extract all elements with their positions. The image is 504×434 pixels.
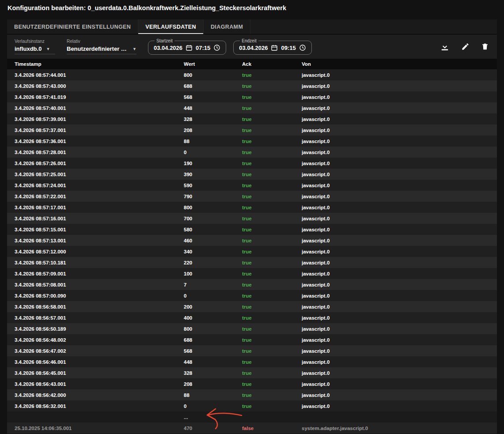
cell-ack: true [242, 94, 302, 100]
calendar-icon[interactable] [271, 44, 278, 51]
cell-ack: true [242, 404, 302, 409]
cell-timestamp: 3.4.2026 08:56:32.001 [7, 404, 184, 409]
end-time-value[interactable]: 09:15 [281, 45, 296, 51]
start-time-field[interactable]: Startzeit 03.04.2026 07:15 [148, 38, 226, 55]
cell-von: javascript.0 [302, 293, 497, 298]
table-row[interactable]: 3.4.2026 08:56:47.002568truejavascript.0 [7, 345, 497, 356]
end-time-field[interactable]: Endzeit 03.04.2026 09:15 [233, 38, 311, 55]
cell-timestamp: 3.4.2026 08:56:43.001 [7, 381, 184, 387]
cell-wert: 688 [184, 83, 242, 89]
tab-bar: BENUTZERDEFINIERTE EINSTELLUNGENVERLAUFS… [7, 19, 497, 34]
download-icon[interactable] [440, 42, 450, 52]
ellipsis-cell: ... [184, 415, 242, 420]
table-row[interactable]: 3.4.2026 08:57:28.0010truejavascript.0 [7, 147, 497, 158]
table-row[interactable]: 3.4.2026 08:57:25.001390truejavascript.0 [7, 169, 497, 180]
cell-ack: true [242, 260, 302, 265]
tab-diagramm[interactable]: DIAGRAMM [204, 19, 250, 34]
table-row[interactable]: 3.4.2026 08:56:42.00088truejavascript.0 [7, 389, 497, 400]
cell-wert: 88 [184, 139, 242, 144]
table-row[interactable]: 3.4.2026 08:57:16.001700truejavascript.0 [7, 213, 497, 224]
cell-timestamp: 3.4.2026 08:57:40.001 [7, 106, 184, 111]
table-row[interactable]: 3.4.2026 08:57:39.001328truejavascript.0 [7, 113, 497, 125]
table-row[interactable]: 3.4.2026 08:57:37.001208truejavascript.0 [7, 125, 497, 136]
cell-ack: true [242, 227, 302, 232]
cell-timestamp: 3.4.2026 08:57:25.001 [7, 172, 184, 177]
cell-ack: true [242, 359, 302, 365]
start-time-label: Startzeit [155, 38, 174, 43]
cell-wert: 208 [184, 381, 242, 387]
trash-icon[interactable] [481, 42, 489, 51]
cell-von: javascript.0 [302, 128, 497, 133]
cell-ack: true [242, 106, 302, 111]
history-instance-select[interactable]: Verlaufsinstanz influxdb.0 ▼ [15, 39, 55, 54]
table-row[interactable]: 3.4.2026 08:57:17.001800truejavascript.0 [7, 202, 497, 213]
table-row[interactable]: 3.4.2026 08:57:00.0900truejavascript.0 [7, 290, 497, 301]
table-row[interactable]: 3.4.2026 08:56:50.189800truejavascript.0 [7, 323, 497, 334]
table-row[interactable]: 3.4.2026 08:56:58.001200truejavascript.0 [7, 301, 497, 312]
cell-ack: true [242, 370, 302, 376]
app-root: { "header": { "title": "Konfiguration be… [0, 0, 504, 434]
tab-verlaufsdaten[interactable]: VERLAUFSDATEN [138, 19, 204, 34]
cell-wert: 100 [184, 271, 242, 276]
cell-ack: true [242, 304, 302, 309]
table-row[interactable]: 3.4.2026 08:57:36.00188truejavascript.0 [7, 136, 497, 147]
table-row[interactable]: 3.4.2026 08:56:45.001328truejavascript.0 [7, 367, 497, 378]
column-header-ack: Ack [242, 61, 302, 67]
cell-wert: 460 [184, 238, 242, 243]
table-row[interactable]: 3.4.2026 08:56:43.001208truejavascript.0 [7, 378, 497, 389]
table-header-row: Timestamp Wert Ack Von [7, 59, 497, 69]
cell-timestamp: 3.4.2026 08:56:46.001 [7, 359, 184, 365]
cell-timestamp: 3.4.2026 08:57:44.001 [7, 72, 184, 78]
table-row[interactable]: 3.4.2026 08:57:22.001790truejavascript.0 [7, 191, 497, 202]
cell-von: javascript.0 [302, 161, 497, 166]
cell-ack: true [242, 326, 302, 332]
table-row[interactable]: 3.4.2026 08:56:48.002688truejavascript.0 [7, 334, 497, 345]
table-row[interactable]: 3.4.2026 08:57:26.001190truejavascript.0 [7, 158, 497, 169]
cell-wert: 800 [184, 326, 242, 332]
table-row[interactable]: 3.4.2026 08:56:46.001448truejavascript.0 [7, 356, 497, 367]
start-time-value[interactable]: 07:15 [196, 45, 210, 51]
calendar-icon[interactable] [186, 44, 193, 51]
cell-timestamp: 3.4.2026 08:57:00.090 [7, 293, 184, 298]
table-row[interactable]: 3.4.2026 08:57:44.001800truejavascript.0 [7, 69, 497, 80]
chevron-down-icon: ▼ [46, 47, 50, 51]
tab-benutzerdefinierte-einstellungen[interactable]: BENUTZERDEFINIERTE EINSTELLUNGEN [7, 19, 138, 34]
table-row[interactable]: 3.4.2026 08:56:57.001400truejavascript.0 [7, 312, 497, 323]
cell-ack: true [242, 381, 302, 387]
table-row[interactable]: 3.4.2026 08:57:24.001590truejavascript.0 [7, 180, 497, 191]
table-row[interactable]: 3.4.2026 08:57:08.0017truejavascript.0 [7, 279, 497, 290]
table-row[interactable]: 3.4.2026 08:57:43.000688truejavascript.0 [7, 80, 497, 91]
cell-wert: 590 [184, 183, 242, 188]
cell-timestamp: 3.4.2026 08:57:12.000 [7, 249, 184, 254]
table-row[interactable]: 3.4.2026 08:57:13.001460truejavascript.0 [7, 235, 497, 246]
relative-range-label: Relativ [67, 39, 136, 44]
table-row[interactable]: 3.4.2026 08:57:40.001448truejavascript.0 [7, 102, 497, 113]
relative-range-select[interactable]: Relativ Benutzerdefinierter B... ▼ [67, 39, 136, 54]
cell-von: javascript.0 [302, 260, 497, 265]
table-row[interactable]: 3.4.2026 08:57:10.181220truejavascript.0 [7, 257, 497, 268]
table-row[interactable]: 3.4.2026 08:57:15.001580truejavascript.0 [7, 224, 497, 235]
end-time-label: Endzeit [240, 38, 258, 43]
cell-ack: true [242, 83, 302, 89]
cell-timestamp: 3.4.2026 08:57:08.001 [7, 282, 184, 287]
end-date-value[interactable]: 03.04.2026 [239, 45, 268, 51]
cell-ack: true [242, 293, 302, 298]
pencil-icon[interactable] [461, 42, 470, 51]
cell-wert: 220 [184, 260, 242, 265]
clock-icon[interactable] [299, 44, 306, 51]
table-row[interactable]: 3.4.2026 08:57:12.000340truejavascript.0 [7, 246, 497, 257]
table-row[interactable]: 3.4.2026 08:56:32.0010truejavascript.0 [7, 400, 497, 411]
table-row[interactable]: 3.4.2026 08:57:09.001100truejavascript.0 [7, 268, 497, 279]
table-row[interactable]: 3.4.2026 08:57:41.019568truejavascript.0 [7, 91, 497, 102]
start-date-value[interactable]: 03.04.2026 [154, 45, 182, 51]
cell-von: system.adapter.javascript.0 [302, 426, 497, 431]
table-row-old-value[interactable]: 25.10.2025 14:06:35.001470falsesystem.ad… [7, 423, 497, 434]
cell-von: javascript.0 [302, 404, 497, 409]
table-row-ellipsis[interactable]: ... [7, 411, 497, 423]
cell-von: javascript.0 [302, 348, 497, 354]
cell-timestamp: 3.4.2026 08:57:39.001 [7, 117, 184, 122]
cell-ack: true [242, 161, 302, 166]
cell-timestamp: 3.4.2026 08:56:48.002 [7, 337, 184, 343]
cell-von: javascript.0 [302, 150, 497, 155]
clock-icon[interactable] [213, 44, 220, 51]
